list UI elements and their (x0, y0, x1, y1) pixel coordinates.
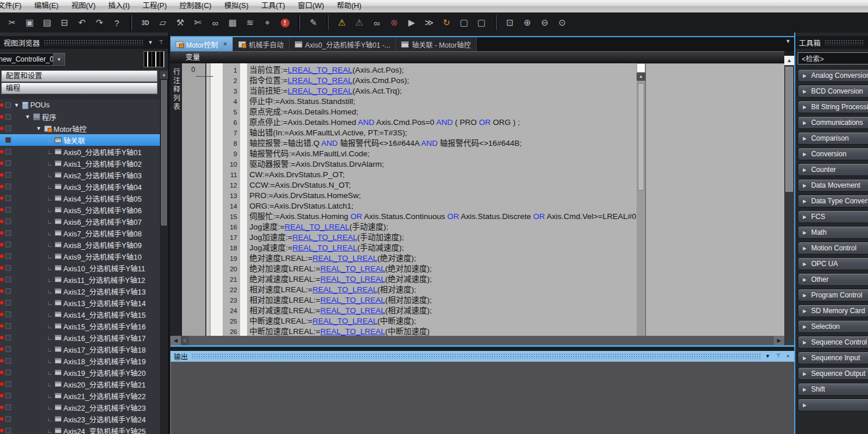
toolbox-category[interactable]: ▶Sequence Output (798, 367, 868, 380)
toolbox-category[interactable]: ▶Motion Control (798, 242, 868, 254)
horizontal-scrollbar-track[interactable] (189, 336, 774, 345)
run-icon[interactable]: ▶ (403, 15, 420, 30)
online-monitor1-icon[interactable]: ▢ (455, 15, 473, 30)
pin-icon[interactable]: ⊤ (775, 353, 782, 359)
tree-item-axis[interactable]: ∟Axis20_分选机械手Y轴21 (0, 378, 160, 390)
expand-arrow-icon[interactable]: ▼ (36, 125, 44, 131)
build-icon[interactable]: ⚒ (172, 15, 189, 30)
tree-item-axis[interactable]: ∟Axis11_分选机械手Y轴12 (0, 274, 160, 285)
sidebar-section-programming[interactable]: 编程 (1, 83, 158, 94)
step-icon[interactable]: ≫ (420, 15, 438, 30)
code-line[interactable]: 绝对速度LREAL:=REAL_TO_LREAL(绝对速度); (247, 253, 637, 264)
editor-tab[interactable]: Motor控制× (170, 37, 233, 51)
tree-item-axis[interactable]: ∟Axis23_分选机械手Y轴24 (0, 413, 160, 425)
toolbox-category[interactable]: ▶Sequence Control (798, 336, 868, 349)
code-line[interactable]: 中断速度LREAL:=REAL_TO_LREAL(中断速度); (247, 316, 637, 327)
tree-item-checkbox[interactable] (5, 416, 11, 422)
delete-icon[interactable]: ⊟ (56, 15, 73, 30)
toolbox-category[interactable]: ▶Program Control (798, 289, 868, 302)
code-line[interactable]: PRO:=Axis.DrvStatus.HomeSw; (247, 191, 637, 201)
edit-mode-icon[interactable]: ✎ (305, 15, 322, 30)
menu-item[interactable]: 工具(T) (255, 0, 291, 12)
toolbox-category[interactable]: ▶Selection (798, 320, 868, 333)
tree-item-axis[interactable]: ∟Axis6_分选机械手Y轴07 (0, 216, 160, 227)
tree-item-axis-link[interactable]: ∟轴关联 (0, 134, 160, 146)
cut-icon[interactable]: ✂ (3, 15, 21, 30)
tree-item-checkbox[interactable] (5, 195, 11, 201)
code-line[interactable]: 指令位置:=LREAL_TO_REAL(Axis.Cmd.Pos); (247, 76, 637, 86)
controller-selector[interactable]: new_Controller_0 ▼ (0, 53, 66, 66)
tree-item-checkbox[interactable] (5, 393, 11, 399)
tree-item-checkbox[interactable] (5, 300, 11, 306)
toolbox-category[interactable]: ▶Data Movement (798, 179, 868, 192)
toolbox-category[interactable]: ▶Math (798, 226, 868, 239)
search-icon[interactable]: ⌖ (259, 15, 276, 30)
st-code-area[interactable]: 当前位置:=LREAL_TO_REAL(Axis.Act.Pos);指令位置:=… (247, 63, 637, 336)
toolbox-category[interactable]: ▶Counter (798, 163, 868, 176)
tree-item-checkbox[interactable] (5, 311, 11, 317)
tree-item-checkbox[interactable] (5, 218, 11, 224)
tree-item-checkbox[interactable] (5, 184, 11, 189)
close-icon[interactable]: × (785, 353, 791, 359)
tree-item-axis[interactable]: ∟Axis22_分选机械手Y轴23 (0, 401, 160, 413)
editor-scrollbar-thumb[interactable] (785, 67, 793, 192)
code-line[interactable]: CW:=Axis.DrvStatus.P_OT; (247, 170, 637, 180)
tree-item-axis[interactable]: ∟Axis13_分选机械手Y轴14 (0, 297, 160, 309)
menu-item[interactable]: 模拟(S) (218, 0, 255, 12)
tree-item-checkbox[interactable] (5, 230, 11, 236)
line-comment-list-tab[interactable]: 行注释列表 (170, 63, 182, 336)
toolbox-category[interactable]: ▶SD Memory Card (798, 304, 868, 317)
tree-item-axis[interactable]: ∟Axis9_分选机械手Y轴10 (0, 250, 160, 262)
code-line[interactable]: 中断加速度LREAL:=REAL_TO_LREAL(中断加速度) (247, 327, 637, 336)
close-icon[interactable]: × (223, 40, 227, 48)
3d-view-icon[interactable]: 3D (137, 15, 154, 30)
window-layout-icon[interactable]: ▱ (154, 15, 172, 30)
tree-item-axis[interactable]: ∟Axis17_分选机械手Y轴18 (0, 343, 160, 355)
monitor-remove-icon[interactable]: ⊗ (385, 15, 403, 30)
editor-tab[interactable]: 机械手自动 (233, 37, 290, 51)
code-line[interactable]: 停止中:=Axis.Status.Standstill; (247, 96, 637, 107)
code-line[interactable]: 原点完成:=Axis.Details.Homed; (247, 107, 637, 117)
toolbox-category[interactable]: ▶Other (798, 273, 868, 286)
menu-item[interactable]: 工程(P) (136, 0, 173, 12)
tree-item-axis[interactable]: ∟Axis4_分选机械手Y轴05 (0, 192, 160, 204)
panel-menu-icon[interactable]: ▼ (147, 40, 154, 45)
copy-icon[interactable]: ▣ (21, 15, 38, 30)
tree-item-axis[interactable]: ∟Axis14_分选机械手Y轴15 (0, 309, 160, 320)
abort-icon[interactable]: ! (276, 15, 294, 30)
code-line[interactable]: 绝对加速度LREAL:=REAL_TO_LREAL(绝对加速度); (247, 264, 637, 274)
variables-bar[interactable]: 变量 (170, 51, 784, 63)
menu-item[interactable]: 编辑(E) (28, 0, 65, 12)
code-line[interactable]: 伺服忙:=Axis.Status.Homing OR Axis.Status.C… (247, 211, 637, 222)
menu-item[interactable]: 视图(V) (65, 0, 102, 12)
toolbox-category[interactable]: ▶FCS (798, 210, 868, 223)
controller-name[interactable]: new_Controller_0 (0, 53, 53, 66)
tree-item-axis[interactable]: ∟Axis0_分选机械手Y轴01 (0, 146, 160, 157)
zoom-100-icon[interactable]: ⊙ (553, 15, 571, 30)
toolbox-category[interactable]: ▶Bit String Processing (798, 101, 868, 113)
toolbox-category[interactable]: ▶BCD Conversion (798, 85, 868, 98)
toolbox-category[interactable]: ▶Comparison (798, 132, 868, 145)
tree-item-checkbox[interactable] (5, 358, 11, 364)
toolbox-category[interactable]: ▶Communications (798, 116, 868, 129)
menu-item[interactable]: 插入(I) (102, 0, 136, 12)
toolbox-category[interactable]: ▶Conversion (798, 148, 868, 160)
tree-item-axis[interactable]: ∟Axis12_分选机械手Y轴13 (0, 285, 160, 297)
tree-item-checkbox[interactable] (5, 381, 11, 387)
tree-item-axis[interactable]: ∟Axis21_分选机械手Y轴22 (0, 390, 160, 401)
tree-item-checkbox[interactable] (5, 114, 11, 120)
scroll-up-icon[interactable]: ▲ (637, 73, 645, 81)
tree-item-checkbox[interactable] (5, 207, 11, 213)
code-line[interactable]: 相对速度LREAL:=REAL_TO_LREAL(相对速度); (247, 285, 637, 295)
code-line[interactable]: Jog速度:=REAL_TO_LREAL(手动速度); (247, 222, 637, 232)
toolbox-category-partial[interactable]: ▶ (798, 399, 868, 411)
rebuild-icon[interactable]: ✄ (189, 15, 206, 30)
editor-vertical-scrollbar[interactable]: ▲ (784, 56, 794, 345)
code-line[interactable]: 轴报警代码:=Axis.MFaultLvl.Code; (247, 149, 637, 159)
toolbox-category[interactable]: ▶OPC UA (798, 257, 868, 270)
tree-item-checkbox[interactable] (5, 149, 11, 155)
online-monitor2-icon[interactable]: ▢ (473, 15, 490, 30)
breakpoint-margin[interactable] (210, 63, 223, 336)
undo-icon[interactable]: ↶ (73, 15, 91, 30)
code-line[interactable]: CCW:=Axis.DrvStatus.N_OT; (247, 180, 637, 191)
